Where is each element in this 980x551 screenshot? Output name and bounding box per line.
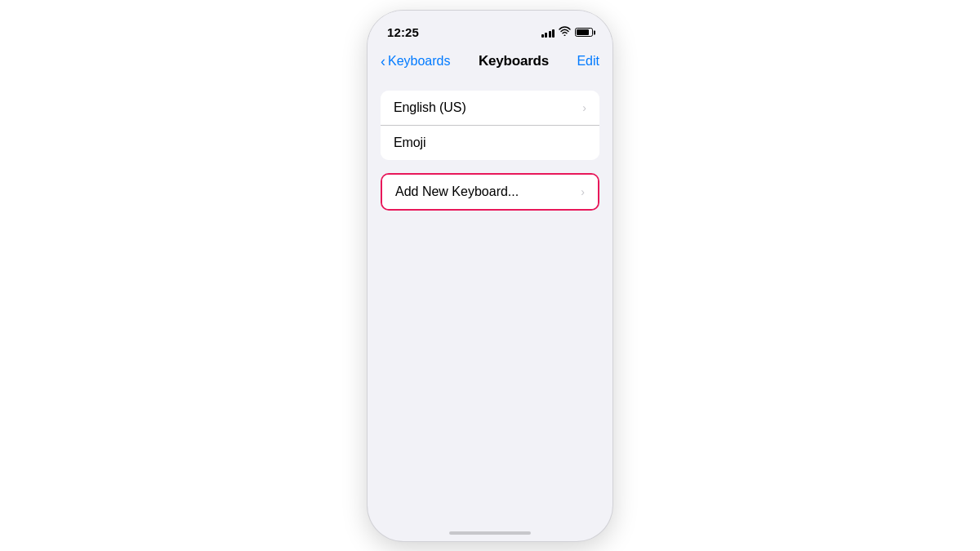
add-keyboard-chevron-icon: › — [581, 185, 585, 198]
content-area: English (US) › Emoji Add New Keyboard...… — [368, 78, 612, 211]
wifi-icon — [559, 26, 571, 38]
keyboard-item-emoji: Emoji — [394, 136, 426, 150]
signal-icon — [541, 28, 555, 38]
add-keyboard-button[interactable]: Add New Keyboard... › — [382, 175, 598, 209]
keyboard-list: English (US) › Emoji — [381, 91, 599, 160]
back-chevron-icon: ‹ — [381, 54, 385, 69]
edit-button[interactable]: Edit — [577, 54, 599, 69]
back-label: Keyboards — [388, 54, 451, 69]
list-item[interactable]: Emoji — [381, 126, 599, 160]
back-button[interactable]: ‹ Keyboards — [381, 54, 451, 69]
phone-frame: 12:25 — [368, 11, 612, 541]
battery-fill — [577, 29, 589, 35]
page-title: Keyboards — [479, 53, 549, 69]
status-time: 12:25 — [387, 25, 419, 39]
battery-icon — [575, 28, 593, 37]
add-keyboard-label: Add New Keyboard... — [395, 184, 519, 199]
status-icons — [541, 26, 594, 38]
status-bar: 12:25 — [368, 11, 612, 47]
add-keyboard-section: Add New Keyboard... › — [381, 173, 599, 211]
nav-bar: ‹ Keyboards Keyboards Edit — [368, 47, 612, 78]
chevron-right-icon: › — [582, 101, 586, 114]
list-item[interactable]: English (US) › — [381, 91, 599, 126]
home-indicator — [449, 531, 531, 535]
keyboard-item-english: English (US) — [394, 100, 466, 115]
